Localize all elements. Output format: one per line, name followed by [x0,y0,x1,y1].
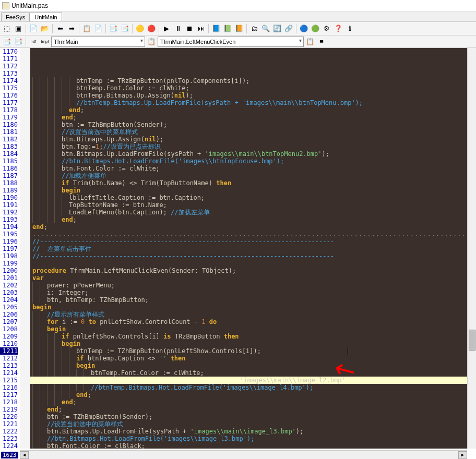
code-line[interactable]: btn.Bitmaps.Up.LoadFromFile(sysPath + 'i… [30,428,476,435]
nav-btn-2[interactable]: 📑 [13,37,23,47]
toolbar-button[interactable]: 📑 [108,23,118,34]
code-line[interactable]: if pnlLeftShow.Controls[i] is TRzBmpButt… [30,333,476,340]
code-line[interactable]: end; [30,114,476,121]
intf-button[interactable]: intf [28,37,39,47]
toolbar-button[interactable]: ⬅ [55,23,65,34]
nav-btn-1[interactable]: 📑 [2,37,12,47]
code-line[interactable]: begin [30,362,476,369]
nav-btn-4[interactable]: 📋 [305,37,315,47]
code-line[interactable]: lblLeftTitle.Caption := btn.Caption; [30,194,476,201]
code-line[interactable]: begin [30,325,476,333]
code-line[interactable]: //设置当前选中的菜单样式 [30,128,476,136]
code-line[interactable]: ........................................… [30,231,476,238]
nav-btn-5[interactable]: ≡ [316,37,327,47]
code-line[interactable]: begin [30,187,476,194]
toolbar-button[interactable]: 🗂 [249,23,259,34]
code-line[interactable]: //显示所有菜单样式 [30,311,476,318]
toolbar-button[interactable]: ▣ [13,23,23,34]
toolbar-button[interactable]: ℹ [344,23,355,34]
code-line[interactable]: //--------------------------------------… [30,238,476,245]
code-line[interactable]: btn, btnTemp: TZhBmpButton; [30,296,476,304]
code-line[interactable]: btnTemp.Font.Color := clWhite; [30,84,476,92]
code-line[interactable]: //加载左侧菜单 [30,172,476,179]
code-line[interactable]: btn.Tag:=1;//设置为已点击标识 [30,143,476,150]
code-line[interactable]: 'images\\main\\image_l2.bmp' [30,377,476,384]
code-line[interactable]: var [30,274,476,282]
scroll-right-button[interactable]: ► [458,451,467,459]
vertical-scrollbar[interactable] [467,48,476,449]
code-line[interactable]: //btn.Bitmaps.Hot.LoadFromFile('images\\… [30,435,476,442]
toolbar-button[interactable]: 📑 [120,23,130,34]
code-line[interactable]: end; [30,216,476,223]
class-selector[interactable] [51,37,145,47]
toolbar-button[interactable]: 🔗 [283,23,294,34]
toolbar-button[interactable]: 📘 [211,23,221,34]
code-line[interactable]: btn.Font.Color := clBlack; [30,442,476,449]
toolbar-button[interactable]: ➡ [66,23,77,34]
code-area[interactable]: btnTemp := TRzBmpButton(pnlTop.Component… [30,48,476,449]
code-line[interactable]: // 左菜单点击事件 [30,245,476,252]
toolbar-button[interactable]: 🔵 [299,23,309,34]
code-line[interactable]: btnTemp.Bitmaps.Up.Assign(nil); [30,92,476,99]
toolbar-button[interactable]: 🔍 [260,23,271,34]
code-line[interactable]: //btn.Bitmaps.Hot.LoadFromFile('images\\… [30,158,476,165]
toolbar-button[interactable]: 🟡 [135,23,145,34]
toolbar-button[interactable]: ⏸ [173,23,183,34]
nav-btn-3[interactable]: 📋 [146,37,157,47]
code-line[interactable]: btn := TZhBmpButton(Sender); [30,121,476,128]
toolbar-button[interactable]: 📙 [234,23,244,34]
toolbar-button[interactable]: 🔄 [272,23,282,34]
file-tab[interactable]: UnitMain [30,13,62,21]
code-editor[interactable]: 1170117111721173117411751176117711781179… [0,48,476,449]
toolbar-button[interactable]: ⏭ [196,23,206,34]
code-line[interactable]: btn := TZhBmpButton(Sender); [30,413,476,420]
toolbar-button[interactable]: ⬚ [2,23,12,34]
line-number: 1185 [0,158,18,165]
file-tab[interactable]: FeeSys [1,13,30,21]
toolbar-button[interactable]: 📂 [40,23,50,34]
code-line[interactable]: //btnTemp.Bitmaps.Hot.LoadFromFile('imag… [30,384,476,391]
code-line[interactable]: btnTemp := TRzBmpButton(pnlTop.Component… [30,77,476,84]
scroll-left-button[interactable]: ◄ [20,451,29,459]
impl-button[interactable]: impl [40,37,50,47]
code-line[interactable]: //设置当前选中的菜单样式 [30,420,476,428]
code-line[interactable]: end; [30,106,476,114]
code-line[interactable]: for i := 0 to pnlLeftShow.ControlCount -… [30,318,476,325]
toolbar-button[interactable]: 📋 [81,23,92,34]
toolbar-button[interactable]: 📗 [222,23,233,34]
toolbar-button[interactable]: 🔴 [146,23,157,34]
method-selector[interactable] [158,37,304,47]
toolbar-button[interactable]: 📄 [93,23,103,34]
code-line[interactable]: btn.Font.Color := clWhite; [30,165,476,172]
code-line[interactable]: LoadLeftMenu(btn.Caption); //加载左菜单 [30,209,476,216]
code-line[interactable]: btn.Bitmaps.Up.Assign(nil); [30,136,476,143]
code-line[interactable]: begin [30,340,476,347]
scroll-thumb[interactable] [469,330,475,351]
code-line[interactable] [30,260,476,267]
toolbar-button[interactable]: ⚙ [322,23,332,34]
toolbar-button[interactable]: ⏹ [184,23,195,34]
code-line[interactable]: //btnTemp.Bitmaps.Up.LoadFromFile(sysPat… [30,99,476,106]
horizontal-scrollbar[interactable]: ◄ ► [20,450,467,459]
code-line[interactable]: TopButtonName := btn.Name; [30,201,476,209]
toolbar-button[interactable]: ❓ [333,23,343,34]
code-line[interactable]: i: Integer; [30,289,476,296]
code-line[interactable]: //--------------------------------------… [30,252,476,260]
code-line[interactable]: power: pPowerMenu; [30,282,476,289]
toolbar-button[interactable]: 📄 [28,23,39,34]
code-line[interactable]: end; [30,398,476,406]
toolbar-button[interactable]: 🟢 [310,23,320,34]
breakpoint-margin[interactable] [20,48,30,449]
code-line[interactable]: btnTemp.Font.Color := clWhite; [30,369,476,377]
code-line[interactable]: btnTemp := TZhBmpButton(pnlLeftShow.Cont… [30,347,476,355]
toolbar-button[interactable]: ▶ [161,23,172,34]
code-line[interactable]: end; [30,391,476,398]
code-line[interactable]: begin [30,304,476,311]
code-line[interactable]: if btnTemp.Caption <> '' then [30,355,476,362]
code-line[interactable]: btn.Bitmaps.Up.LoadFromFile(sysPath + 'i… [30,150,476,158]
line-number: 1171 [0,55,18,63]
code-line[interactable]: if Trim(btn.Name) <> Trim(TopButtonName)… [30,179,476,187]
code-line[interactable]: procedure TfrmMain.LeftMenuClickEven(Sen… [30,267,476,274]
code-line[interactable]: end; [30,406,476,413]
code-line[interactable]: end; [30,223,476,231]
